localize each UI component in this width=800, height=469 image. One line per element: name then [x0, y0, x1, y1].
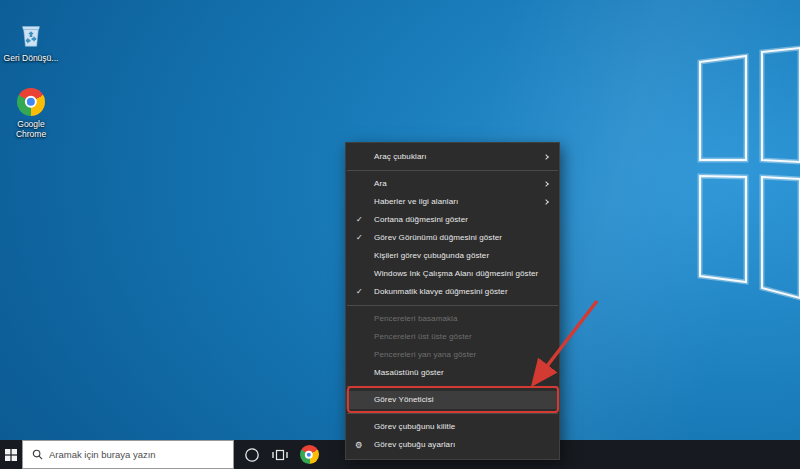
desktop: Geri Dönüşü... Google Chrome Araç çubukl…: [0, 0, 800, 469]
menu-item-label: Dokunmatik klavye düğmesini göster: [374, 287, 508, 296]
start-button[interactable]: [0, 440, 22, 469]
cortana-icon: [244, 447, 260, 463]
menu-item-label: Cortana düğmesini göster: [374, 215, 468, 224]
chrome-icon: [17, 88, 45, 116]
gear-icon: ⚙: [355, 436, 363, 454]
chrome-taskbar-button[interactable]: [297, 440, 321, 469]
menu-item-label: Pencereleri yan yana göster: [374, 350, 476, 359]
menu-item-masaustunu-goster[interactable]: Masaüstünü göster: [346, 364, 559, 382]
windows-logo-wallpaper: [650, 30, 800, 310]
menu-item-ara[interactable]: Ara: [346, 175, 559, 193]
menu-item-gorev-cubugu-ayarlari[interactable]: ⚙ Görev çubuğu ayarları: [346, 436, 559, 454]
menu-item-pencereleri-ust-uste-goster: Pencereleri üst üste göster: [346, 328, 559, 346]
task-view-icon: [272, 448, 288, 462]
chrome-icon-center: [25, 96, 37, 108]
taskbar-search[interactable]: [22, 440, 234, 469]
menu-separator: [347, 386, 558, 387]
menu-separator: [347, 305, 558, 306]
menu-item-haberler-ve-ilgi-alanlari[interactable]: Haberler ve ilgi alanları: [346, 193, 559, 211]
cortana-button[interactable]: [240, 440, 264, 469]
menu-item-label: Haberler ve ilgi alanları: [374, 197, 458, 206]
recycle-bin-icon: [16, 20, 46, 50]
desktop-icon-label: Google Chrome: [3, 119, 59, 139]
menu-item-label: Windows Ink Çalışma Alanı düğmesini göst…: [374, 269, 538, 278]
menu-item-gorev-gorunumu-dugmesini-goster[interactable]: ✓ Görev Görünümü düğmesini göster: [346, 229, 559, 247]
windows-start-icon: [5, 449, 17, 461]
search-icon: [32, 449, 43, 460]
checkmark-icon: ✓: [356, 229, 363, 247]
chrome-icon: [300, 445, 319, 464]
menu-item-pencereleri-basamakla: Pencereleri basamakla: [346, 310, 559, 328]
search-input[interactable]: [49, 449, 227, 460]
menu-item-label: Ara: [374, 179, 387, 188]
checkmark-icon: ✓: [356, 211, 363, 229]
submenu-arrow-icon: [543, 199, 549, 205]
menu-item-label: Araç çubukları: [374, 152, 427, 161]
chrome-icon-center: [305, 450, 313, 458]
menu-item-label: Görev Görünümü düğmesini göster: [374, 233, 502, 242]
menu-item-arac-cubuklari[interactable]: Araç çubukları: [346, 148, 559, 166]
menu-item-label: Görev çubuğunu kilitle: [374, 422, 455, 431]
menu-item-label: Görev çubuğu ayarları: [374, 440, 455, 449]
desktop-icon-recycle-bin[interactable]: Geri Dönüşü...: [2, 20, 60, 63]
menu-separator: [347, 170, 558, 171]
menu-item-dokunmatik-klavye-dugmesini-goster[interactable]: ✓ Dokunmatik klavye düğmesini göster: [346, 283, 559, 301]
menu-item-label: Pencereleri basamakla: [374, 314, 457, 323]
menu-item-pencereleri-yan-yana-goster: Pencereleri yan yana göster: [346, 346, 559, 364]
menu-item-cortana-dugmesini-goster[interactable]: ✓ Cortana düğmesini göster: [346, 211, 559, 229]
task-view-button[interactable]: [268, 440, 292, 469]
desktop-icon-label: Geri Dönüşü...: [3, 53, 59, 63]
menu-separator: [347, 413, 558, 414]
menu-item-label: Pencereleri üst üste göster: [374, 332, 472, 341]
taskbar-context-menu: Araç çubukları Ara Haberler ve ilgi alan…: [345, 142, 560, 460]
menu-item-gorev-yoneticisi[interactable]: Görev Yöneticisi: [346, 391, 559, 409]
menu-item-windows-ink-calisma-alani[interactable]: Windows Ink Çalışma Alanı düğmesini göst…: [346, 265, 559, 283]
menu-item-kisileri-gorev-cubugunda-goster[interactable]: Kişileri görev çubuğunda göster: [346, 247, 559, 265]
menu-item-gorev-cubugunu-kilitle[interactable]: Görev çubuğunu kilitle: [346, 418, 559, 436]
desktop-icon-google-chrome[interactable]: Google Chrome: [2, 88, 60, 139]
submenu-arrow-icon: [543, 154, 549, 160]
submenu-arrow-icon: [543, 181, 549, 187]
menu-item-label: Kişileri görev çubuğunda göster: [374, 251, 489, 260]
menu-item-label: Masaüstünü göster: [374, 368, 444, 377]
menu-item-label: Görev Yöneticisi: [374, 395, 434, 404]
checkmark-icon: ✓: [356, 283, 363, 301]
